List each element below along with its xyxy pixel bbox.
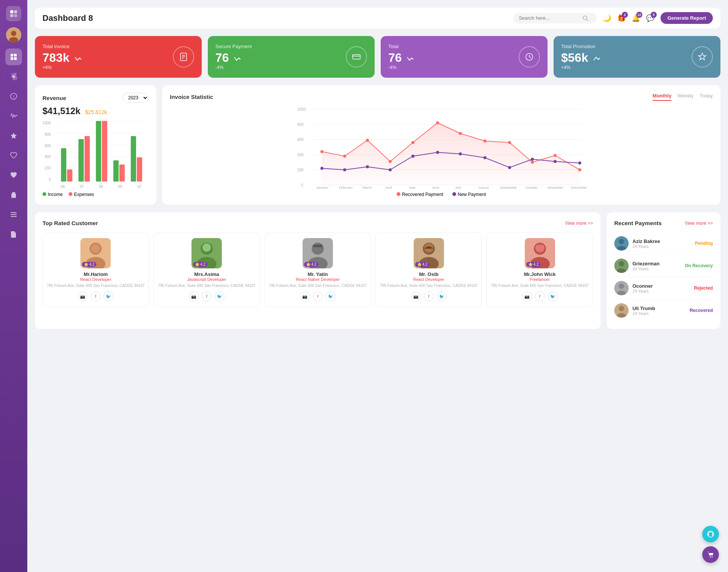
stat-icon-total: [519, 46, 540, 67]
instagram-icon-1[interactable]: 📷: [78, 291, 88, 301]
svg-point-128: [712, 556, 713, 558]
chat-icon-badge[interactable]: 💬 5: [646, 14, 654, 22]
tab-today[interactable]: Today: [700, 93, 713, 101]
svg-text:August: August: [478, 186, 489, 189]
rating-badge-1: ⭐ 4.2: [82, 262, 96, 267]
sidebar-item-star[interactable]: [5, 127, 22, 144]
svg-rect-39: [113, 160, 119, 182]
line-chart-container: 1000 800 600 400 200 0: [170, 105, 713, 197]
payment-name-1: Aziz Bakree: [632, 238, 691, 244]
customer-name-3: Mr. Yatin: [268, 271, 368, 277]
customers-header: Top Rated Customer View more >>: [42, 220, 593, 226]
svg-text:December: December: [571, 186, 587, 189]
revenue-secondary: $25,612k: [85, 109, 107, 115]
svg-rect-36: [85, 136, 90, 182]
facebook-icon-4[interactable]: f: [424, 291, 434, 301]
tab-monthly[interactable]: Monthly: [653, 93, 672, 101]
svg-point-127: [710, 556, 711, 558]
avatar[interactable]: [6, 27, 21, 42]
instagram-icon-3[interactable]: 📷: [300, 291, 310, 301]
svg-point-56: [320, 150, 323, 153]
sidebar-item-printer[interactable]: [5, 186, 22, 203]
payment-avatar-2: [614, 259, 629, 273]
twitter-icon-2[interactable]: 🐦: [215, 291, 224, 301]
instagram-icon-5[interactable]: 📷: [522, 291, 532, 301]
instagram-icon-2[interactable]: 📷: [189, 291, 199, 301]
customer-avatar-5: ⭐ 4.2: [525, 238, 555, 268]
facebook-icon-1[interactable]: f: [91, 291, 100, 301]
svg-rect-16: [11, 214, 17, 215]
instagram-icon-4[interactable]: 📷: [411, 291, 421, 301]
support-fab[interactable]: [702, 526, 719, 542]
svg-point-79: [578, 161, 581, 165]
svg-text:November: November: [548, 186, 563, 189]
facebook-icon-2[interactable]: f: [202, 291, 212, 301]
customer-socials-3: 📷 f 🐦: [268, 291, 368, 301]
revenue-amount-row: $41,512k $25,612k: [42, 106, 149, 116]
svg-rect-14: [11, 196, 16, 198]
svg-text:0: 0: [301, 183, 303, 187]
payment-status-4: Recovered: [690, 308, 713, 313]
customer-name-5: Mr.John Wick: [490, 271, 590, 277]
payment-item-1: Aziz Bakree 24 Years Pending: [614, 232, 713, 255]
svg-marker-55: [322, 123, 580, 185]
invoice-chart-header: Invoice Statistic Monthly Weekly Today: [170, 93, 713, 101]
sidebar-item-activity[interactable]: [5, 108, 22, 124]
customer-role-2: Javascript Developer: [157, 277, 257, 282]
twitter-icon-5[interactable]: 🐦: [548, 291, 558, 301]
sidebar-item-info[interactable]: i: [5, 88, 22, 105]
sidebar-item-heart-outline[interactable]: [5, 147, 22, 164]
year-select[interactable]: 2023 2022 2021: [122, 93, 149, 103]
revenue-chart-card: Revenue 2023 2022 2021 $41,512k $25,612k…: [35, 85, 156, 205]
generate-report-button[interactable]: Generate Report: [661, 12, 713, 24]
twitter-icon-1[interactable]: 🐦: [104, 291, 113, 301]
sidebar-item-menu[interactable]: [5, 206, 22, 223]
svg-point-58: [366, 139, 369, 142]
sidebar-item-document[interactable]: [5, 226, 22, 243]
svg-text:February: February: [339, 186, 353, 189]
bar-y-labels: 10008006004002000: [42, 121, 53, 182]
payment-item-4: Uli Trumb 24 Years Recovered: [614, 299, 713, 321]
facebook-icon-3[interactable]: f: [313, 291, 323, 301]
customer-avatar-2: ⭐ 4.2: [191, 238, 222, 268]
invoice-chart-title: Invoice Statistic: [170, 94, 213, 100]
sidebar-item-dashboard[interactable]: [5, 49, 22, 65]
customer-role-5: Freelancer: [490, 277, 590, 282]
gift-icon-badge[interactable]: 🎁 2: [617, 14, 626, 22]
stat-label-payment: Secure Payment: [215, 44, 252, 49]
cart-icon: [707, 551, 714, 558]
svg-point-73: [436, 151, 439, 154]
search-input[interactable]: [519, 15, 579, 21]
customer-address-4: 795 Folsom Ave, Suite 600 San Francisco,…: [379, 283, 479, 288]
tab-weekly[interactable]: Weekly: [678, 93, 693, 101]
customer-address-3: 795 Folsom Ave, Suite 600 San Francisco,…: [268, 283, 368, 288]
sidebar-item-settings[interactable]: [5, 68, 22, 85]
customers-view-more[interactable]: View more >>: [565, 221, 593, 226]
theme-toggle-icon[interactable]: 🌙: [603, 14, 611, 22]
recovered-payment-legend: Recovered Payment: [397, 192, 443, 197]
svg-rect-7: [11, 54, 13, 56]
svg-rect-1: [14, 10, 17, 13]
svg-point-65: [531, 161, 534, 164]
sidebar-logo[interactable]: [6, 6, 21, 21]
cart-fab[interactable]: [702, 546, 719, 563]
payments-view-more[interactable]: View more >>: [685, 221, 713, 226]
sidebar-item-heart-filled[interactable]: [5, 167, 22, 183]
customer-role-3: React Native Developer: [268, 277, 368, 282]
rating-badge-3: ⭐ 4.2: [304, 262, 318, 267]
stat-icon-payment: [346, 46, 367, 67]
customer-avatar-3: ⭐ 4.2: [303, 238, 333, 268]
svg-point-76: [508, 166, 511, 169]
bell-icon-badge[interactable]: 🔔 12: [632, 14, 640, 22]
invoice-chart-card: Invoice Statistic Monthly Weekly Today: [162, 85, 720, 205]
customer-name-4: Mr. Osib: [379, 271, 479, 277]
customer-address-2: 795 Folsom Ave, Suite 600 San Francisco,…: [157, 283, 257, 288]
svg-rect-34: [67, 169, 72, 182]
stat-change-invoice: +4%: [42, 65, 82, 70]
payment-info-2: Griezerman 24 Years: [632, 261, 681, 271]
twitter-icon-3[interactable]: 🐦: [326, 291, 336, 301]
twitter-icon-4[interactable]: 🐦: [437, 291, 447, 301]
svg-point-74: [459, 152, 462, 155]
svg-point-75: [483, 156, 486, 159]
facebook-icon-5[interactable]: f: [535, 291, 545, 301]
